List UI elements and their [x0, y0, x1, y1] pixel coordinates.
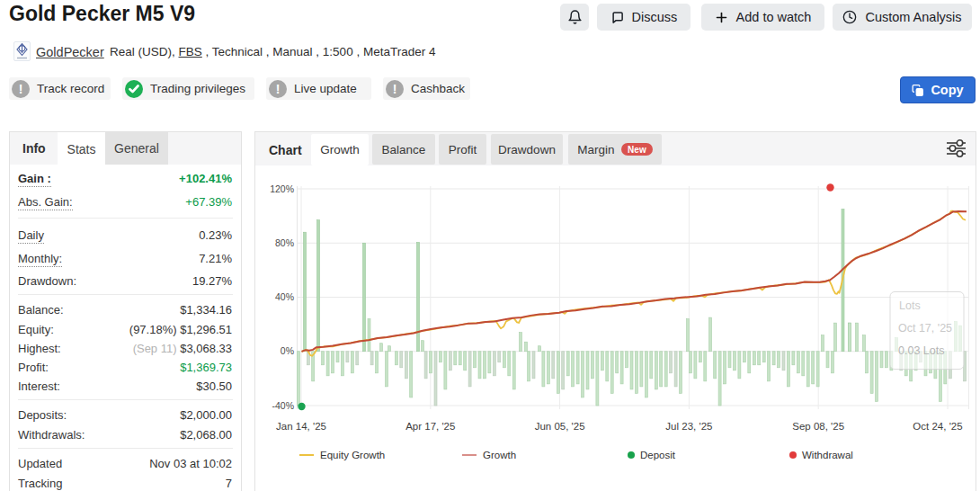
svg-text:0.03 Lots: 0.03 Lots [898, 344, 944, 357]
svg-text:120%: 120% [270, 183, 294, 194]
svg-text:Growth: Growth [483, 450, 516, 460]
svg-text:Withdrawal: Withdrawal [802, 450, 853, 460]
svg-text:Oct 17, '25: Oct 17, '25 [898, 322, 952, 335]
svg-text:80%: 80% [275, 237, 294, 248]
svg-text:Sep 08, '25: Sep 08, '25 [792, 421, 844, 432]
svg-text:Deposit: Deposit [640, 450, 676, 460]
svg-text:-40%: -40% [272, 400, 294, 411]
svg-text:Lots: Lots [899, 299, 921, 312]
svg-text:40%: 40% [275, 291, 294, 302]
svg-text:Apr 17, '25: Apr 17, '25 [405, 421, 455, 432]
svg-text:Jan 14, '25: Jan 14, '25 [276, 421, 326, 432]
svg-text:Oct 24, '25: Oct 24, '25 [913, 421, 962, 432]
svg-text:Jun 05, '25: Jun 05, '25 [535, 421, 585, 432]
svg-text:Equity Growth: Equity Growth [320, 450, 385, 460]
svg-text:Jul 23, '25: Jul 23, '25 [665, 421, 712, 432]
svg-text:0%: 0% [281, 345, 294, 356]
